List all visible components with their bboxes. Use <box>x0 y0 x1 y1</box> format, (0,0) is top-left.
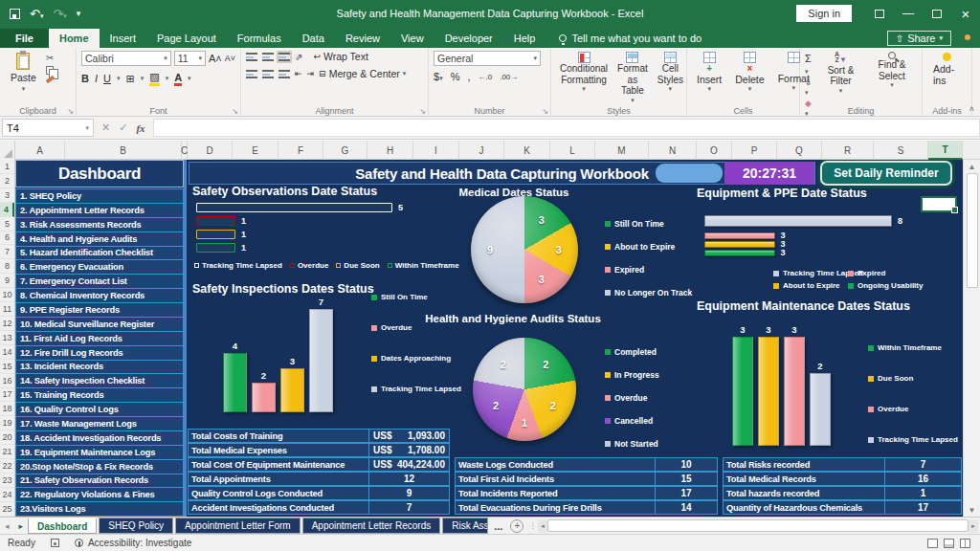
sidebar-item-hazard-identification-checklist[interactable]: 5. Hazard Identification Checklist <box>15 246 184 260</box>
cell-styles-button[interactable]: Cell Styles ▾ <box>654 51 687 94</box>
align-right-icon[interactable] <box>278 70 290 78</box>
select-all-corner[interactable] <box>0 141 15 160</box>
more-sheets-button[interactable]: ... <box>490 520 506 532</box>
addins-button[interactable]: Add-ins <box>927 51 967 88</box>
number-dialog-launcher-icon[interactable]: ↘ <box>542 107 548 116</box>
sidebar-item-first-aid-log-records[interactable]: 11. First Aid Log Records <box>15 331 184 345</box>
row-header-25[interactable]: 25 <box>0 502 14 517</box>
wrap-text-button[interactable]: ↩ Wrap Text <box>313 51 368 62</box>
column-header-B[interactable]: B <box>65 141 182 160</box>
bold-button[interactable]: B <box>81 73 89 84</box>
copy-icon[interactable] <box>46 66 55 75</box>
orientation-icon[interactable]: ⇗ <box>295 52 302 62</box>
column-header-O[interactable]: O <box>697 141 732 160</box>
ribbon-tab-formulas[interactable]: Formulas <box>227 29 292 48</box>
row-header-9[interactable]: 9 <box>0 274 14 288</box>
column-header-J[interactable]: J <box>459 141 504 160</box>
scroll-down-icon[interactable]: ▼ <box>964 503 980 517</box>
row-header-11[interactable]: 11 <box>0 302 14 317</box>
paste-button[interactable]: Paste ▾ <box>5 51 42 95</box>
format-painter-icon[interactable] <box>46 77 55 81</box>
row-header-24[interactable]: 24 <box>0 488 14 502</box>
sidebar-item-incident-records[interactable]: 13. Incident Records <box>15 360 184 374</box>
row-header-1[interactable]: 1 <box>0 160 14 174</box>
sidebar-item-fire-drill-log-records[interactable]: 12. Fire Drill Log Records <box>15 345 184 360</box>
sidebar-item-accident-investigation-records[interactable]: 18. Accident Investigation Records <box>15 430 184 445</box>
delete-cells-button[interactable]: × Delete ▾ <box>730 51 768 94</box>
save-icon[interactable] <box>10 9 20 19</box>
scroll-left-icon[interactable]: ◂ <box>538 519 547 533</box>
column-header-S[interactable]: S <box>874 141 928 160</box>
tell-me-box[interactable]: Tell me what you want to do <box>559 33 702 48</box>
row-header-21[interactable]: 21 <box>0 445 14 459</box>
column-header-K[interactable]: K <box>504 141 550 160</box>
accessibility-status[interactable]: Accessibility: Investigate <box>67 538 199 548</box>
font-dialog-launcher-icon[interactable]: ↘ <box>232 107 238 116</box>
align-middle-icon[interactable] <box>262 53 274 61</box>
sidebar-item-emergency-contact-list[interactable]: 7. Emergency Contact List <box>15 274 184 288</box>
banner-pill-button[interactable] <box>656 164 723 183</box>
row-header-6[interactable]: 6 <box>0 231 14 246</box>
row-header-16[interactable]: 16 <box>0 374 14 388</box>
scroll-up-icon[interactable]: ▲ <box>964 160 980 173</box>
cancel-entry-icon[interactable]: ✕ <box>101 121 110 134</box>
format-as-table-button[interactable]: Format as Table ▾ <box>613 51 652 105</box>
autosum-icon[interactable]: Σ ▾ <box>805 53 814 76</box>
maximize-button[interactable] <box>923 0 951 27</box>
ribbon-tab-review[interactable]: Review <box>335 29 390 48</box>
row-header-8[interactable]: 8 <box>0 259 14 274</box>
fill-icon[interactable]: ⇩ ▾ <box>805 77 814 97</box>
sidebar-item-chemical-inventory-records[interactable]: 8. Chemical Inventory Records <box>15 288 184 302</box>
column-header-F[interactable]: F <box>278 141 323 160</box>
row-header-7[interactable]: 7 <box>0 245 14 259</box>
sidebar-item-emergency-evacuation[interactable]: 6. Emergency Evacuation <box>15 259 184 274</box>
ribbon-tab-insert[interactable]: Insert <box>100 29 147 48</box>
row-header-4[interactable]: 4 <box>0 203 14 217</box>
row-header-20[interactable]: 20 <box>0 430 14 445</box>
confirm-entry-icon[interactable]: ✓ <box>119 121 127 134</box>
column-header-T[interactable]: T <box>928 141 963 160</box>
sort-filter-button[interactable]: AZ▼ Sort & Filter ▾ <box>818 51 863 103</box>
increase-decimal-icon[interactable]: ←.0 <box>478 73 492 81</box>
row-header-5[interactable]: 5 <box>0 217 14 231</box>
align-center-icon[interactable] <box>262 70 274 78</box>
increase-indent-icon[interactable]: ⇥ <box>307 69 315 78</box>
column-header-D[interactable]: D <box>188 141 233 160</box>
sheet-tab-dashboard[interactable]: Dashboard <box>28 518 97 534</box>
align-bottom-icon[interactable] <box>278 53 290 61</box>
sidebar-item-training-records[interactable]: 15. Training Records <box>15 387 184 402</box>
row-header-18[interactable]: 18 <box>0 402 14 416</box>
font-color-icon[interactable]: A <box>174 72 182 86</box>
borders-icon[interactable]: ⊞ <box>125 73 134 85</box>
font-name-select[interactable]: Calibri▾ <box>81 51 171 66</box>
ribbon-tab-data[interactable]: Data <box>292 29 335 48</box>
italic-button[interactable]: I <box>95 73 98 84</box>
sidebar-item-equipment-maintenance-logs[interactable]: 19. Equipment Maintenance Logs <box>15 445 184 459</box>
alignment-dialog-launcher-icon[interactable]: ↘ <box>419 107 426 116</box>
decrease-font-icon[interactable]: A˅ <box>225 54 235 63</box>
next-sheet-icon[interactable]: ▸ <box>14 521 29 531</box>
ribbon-tab-view[interactable]: View <box>390 29 434 48</box>
font-size-select[interactable]: 11▾ <box>174 51 206 66</box>
selected-cell-T4[interactable] <box>921 196 957 212</box>
sidebar-item-ppe-register-records[interactable]: 9. PPE Register Records <box>15 302 184 317</box>
sheet-tab-appointment-letter-form[interactable]: Appointment Letter Form <box>175 518 301 534</box>
sidebar-item-health-and-hygiene-audits[interactable]: 4. Health and Hygiene Audits <box>15 231 184 246</box>
customize-qat-icon[interactable]: ▾ <box>77 10 81 18</box>
minimize-button[interactable]: — <box>894 0 923 27</box>
conditional-formatting-button[interactable]: Conditional Formatting ▾ <box>556 51 612 94</box>
row-header-22[interactable]: 22 <box>0 459 14 474</box>
row-header-17[interactable]: 17 <box>0 388 14 403</box>
page-break-view-icon[interactable] <box>960 539 970 548</box>
row-header-3[interactable]: 3 <box>0 188 14 203</box>
insert-cells-button[interactable]: + Insert ▾ <box>692 51 726 94</box>
collapse-ribbon-icon[interactable]: ˄ <box>969 104 974 114</box>
row-header-14[interactable]: 14 <box>0 345 14 360</box>
row-header-12[interactable]: 12 <box>0 317 14 331</box>
insert-function-icon[interactable]: fx <box>136 122 145 134</box>
normal-view-icon[interactable] <box>927 539 938 548</box>
ribbon-tab-page-layout[interactable]: Page Layout <box>146 29 227 48</box>
close-button[interactable]: × <box>951 0 980 27</box>
row-header-10[interactable]: 10 <box>0 288 14 302</box>
percent-style-icon[interactable]: % <box>451 71 460 82</box>
